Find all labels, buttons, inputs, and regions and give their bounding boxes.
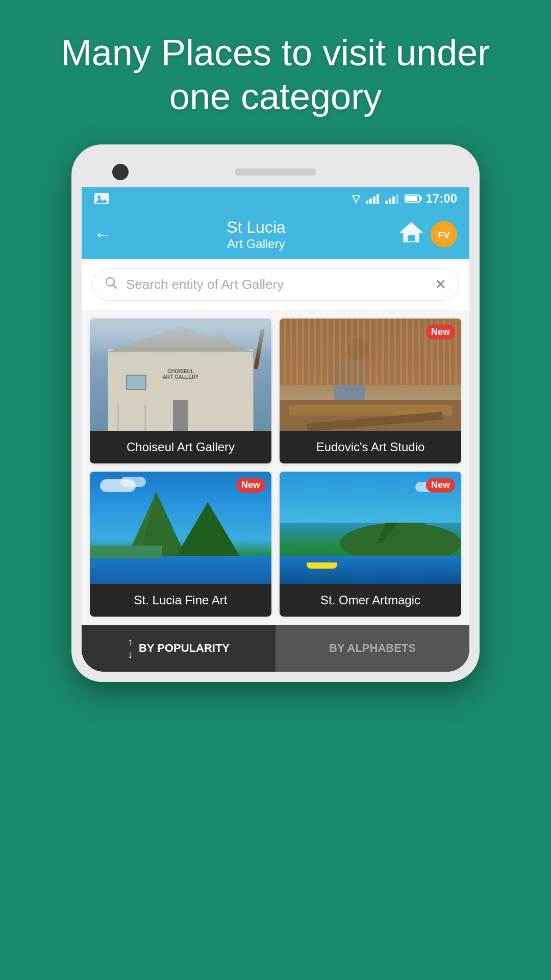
home-button[interactable] [400,222,422,247]
svg-marker-10 [174,502,241,558]
search-placeholder[interactable]: Search entity of Art Gallery [126,277,435,292]
gallery-card-stomer[interactable]: New [280,472,461,617]
phone-frame: ▽ [71,144,480,682]
spacer [422,164,439,180]
back-button[interactable]: ← [94,224,112,245]
phone-screen: ▽ [82,155,469,672]
sort-alphabets-label: BY ALPHABETS [329,642,416,655]
search-bar[interactable]: Search entity of Art Gallery ✕ [92,268,459,301]
speaker-bar [235,168,316,176]
card-label-stomer: St. Omer Artmagic [280,584,461,617]
sort-arrows-icon: ↑ ↓ [128,636,133,660]
card-label-choiseul: Choiseul Art Gallery [90,431,271,463]
app-bar-title: St Lucia [227,218,286,237]
sort-by-popularity[interactable]: ↑ ↓ BY POPULARITY [82,625,276,672]
svg-rect-4 [408,235,415,241]
app-bar: ← St Lucia Art Gallery [82,210,469,259]
search-container: Search entity of Art Gallery ✕ [82,259,469,310]
status-bar: ▽ [82,187,469,210]
search-icon [105,276,118,293]
status-time: 17:00 [426,191,457,206]
camera-dot [112,164,129,180]
gallery-card-choiseul[interactable]: CHOISEULART GALLERY Choiseul Art Gallery [90,318,271,463]
phone-top-bezel [82,155,469,187]
sort-popularity-label: BY POPULARITY [139,642,230,655]
status-right: ▽ [352,191,457,206]
svg-text:FV: FV [438,230,449,240]
status-left [94,193,109,204]
logo-badge: FV [431,221,457,248]
app-bar-subtitle: Art Gallery [227,237,286,251]
sort-bar: ↑ ↓ BY POPULARITY BY ALPHABETS [82,625,469,672]
page-wrapper: Many Places to visit under one category [0,0,551,980]
svg-point-1 [97,195,101,199]
wifi-icon: ▽ [352,192,360,205]
signal-icon-2 [385,193,398,204]
page-headline: Many Places to visit under one category [0,31,551,119]
battery-icon [405,194,420,203]
app-bar-left[interactable]: ← [94,224,112,245]
card-image-choiseul: CHOISEULART GALLERY [90,318,271,431]
new-badge-stomer: New [426,478,455,493]
app-bar-center: St Lucia Art Gallery [227,218,286,251]
card-label-eudovic: Eudovic's Art Studio [280,431,461,463]
clear-button[interactable]: ✕ [435,276,446,293]
svg-line-7 [113,285,117,288]
sort-by-alphabets[interactable]: BY ALPHABETS [276,625,469,672]
gallery-grid: CHOISEULART GALLERY Choiseul Art Gallery… [82,310,469,625]
card-label-stlucia: St. Lucia Fine Art [90,584,271,617]
gallery-card-stlucia[interactable]: New [90,472,271,617]
signal-icon [366,193,379,204]
app-bar-right: FV [400,221,457,248]
gallery-card-eudovic[interactable]: New Eudovic's Art Studio [280,318,461,463]
new-badge-stlucia: New [236,478,265,493]
new-badge-eudovic: New [426,325,455,339]
image-icon [94,193,109,204]
